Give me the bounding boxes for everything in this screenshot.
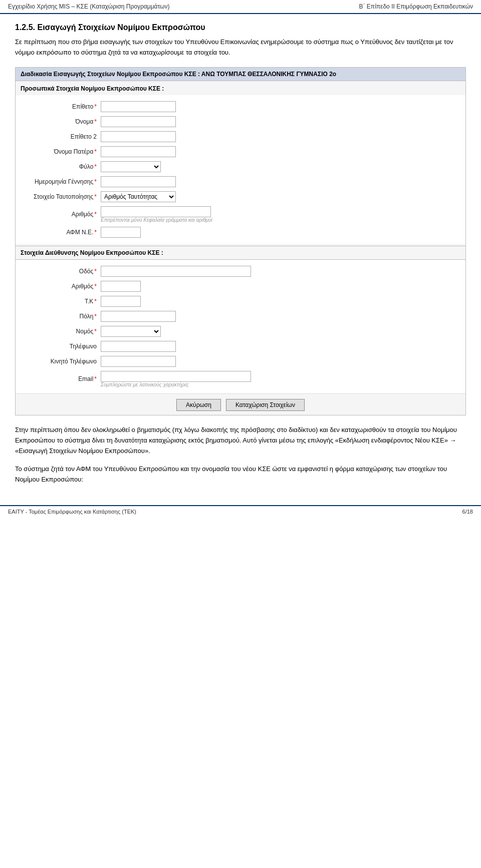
main-content: 1.2.5. Εισαγωγή Στοιχείων Νομίμου Εκπροσ…: [0, 14, 481, 500]
eponymo-label: Επίθετο*: [21, 103, 101, 110]
stoixeio-tautop-select[interactable]: Αριθμός Ταυτότητας Αριθμός Διαβατηρίου: [101, 191, 176, 202]
tk-row: Τ.Κ*: [21, 294, 460, 309]
odos-input[interactable]: [101, 266, 251, 277]
page-footer: ΕΑΙΤΥ - Τομέας Επιμόρφωσης και Κατάρτιση…: [0, 505, 481, 517]
arithmos-hint: Επιτρέπονται μόνο Κεφαλαία γράμματα και …: [101, 217, 212, 223]
arithmos-row: Αριθμός* Επιτρέπονται μόνο Κεφαλαία γράμ…: [21, 204, 460, 225]
nomos-select[interactable]: [101, 326, 161, 337]
personal-section-header: Προσωπικά Στοιχεία Νομίμου Εκπροσώπου ΚΣ…: [16, 81, 465, 95]
email-label: Email*: [21, 375, 101, 382]
email-input[interactable]: [101, 371, 251, 382]
arithmos2-input[interactable]: [101, 281, 141, 292]
afm-row: ΑΦΜ Ν.Ε.*: [21, 225, 460, 240]
eponymo-input[interactable]: [101, 101, 176, 112]
fylo-row: Φύλο*: [21, 159, 460, 174]
tk-input[interactable]: [101, 296, 141, 307]
eponymo-row: Επίθετο*: [21, 99, 460, 114]
onoma-patera-row: Όνομα Πατέρα*: [21, 144, 460, 159]
footer-page: 6/18: [462, 509, 473, 515]
kinito-row: Κινητό Τηλέφωνο: [21, 354, 460, 369]
address-fields-body: Οδός* Αριθμός* Τ.Κ* Πόλ: [16, 260, 465, 393]
header-left-title: Εγχειρίδιο Χρήσης MIS – ΚΣΕ (Καταχώριση …: [8, 3, 169, 10]
kinito-input[interactable]: [101, 356, 176, 367]
fylo-select[interactable]: [101, 161, 161, 172]
tilefono-row: Τηλέφωνο: [21, 339, 460, 354]
poli-input[interactable]: [101, 311, 176, 322]
poli-label: Πόλη*: [21, 313, 101, 320]
form-header: Διαδικασία Εισαγωγής Στοιχείων Νομίμου Ε…: [16, 68, 465, 81]
eponymo2-label: Επίθετο 2: [21, 133, 101, 140]
email-row: Email* Συμπληρώστε με λατινικούς χαρακτή…: [21, 369, 460, 389]
tilefono-label: Τηλέφωνο: [21, 343, 101, 350]
page-header: Εγχειρίδιο Χρήσης MIS – ΚΣΕ (Καταχώριση …: [0, 0, 481, 14]
onoma-input[interactable]: [101, 116, 176, 127]
tk-label: Τ.Κ*: [21, 298, 101, 305]
stoixeio-tautop-row: Στοιχείο Ταυτοποίησης* Αριθμός Ταυτότητα…: [21, 189, 460, 204]
cancel-button[interactable]: Ακύρωση: [176, 399, 221, 411]
nomos-label: Νομός*: [21, 328, 101, 335]
intro-text: Σε περίπτωση που στο βήμα εισαγωγής των …: [15, 37, 466, 58]
header-right-title: Β΄ Επίπεδο ΙΙ Επιμόρφωση Εκπαιδευτικών: [359, 3, 473, 10]
fylo-label: Φύλο*: [21, 163, 101, 170]
poli-row: Πόλη*: [21, 309, 460, 324]
arithmos2-row: Αριθμός*: [21, 279, 460, 294]
hmerominia-label: Ημερομηνία Γέννησης*: [21, 178, 101, 185]
form-container: Διαδικασία Εισαγωγής Στοιχείων Νομίμου Ε…: [15, 67, 466, 415]
arithmos-field-group: Επιτρέπονται μόνο Κεφαλαία γράμματα και …: [101, 206, 212, 223]
nomos-row: Νομός*: [21, 324, 460, 339]
kinito-label: Κινητό Τηλέφωνο: [21, 358, 101, 365]
email-hint: Συμπληρώστε με λατινικούς χαρακτήρες: [101, 382, 251, 387]
odos-row: Οδός*: [21, 264, 460, 279]
hmerominia-row: Ημερομηνία Γέννησης*: [21, 174, 460, 189]
onoma-row: Όνομα*: [21, 114, 460, 129]
arithmos-label: Αριθμός*: [21, 211, 101, 218]
onoma-patera-input[interactable]: [101, 146, 176, 157]
onoma-label: Όνομα*: [21, 118, 101, 125]
section-title: 1.2.5. Εισαγωγή Στοιχείων Νομίμου Εκπροσ…: [15, 23, 466, 32]
email-field-group: Συμπληρώστε με λατινικούς χαρακτήρες: [101, 371, 251, 387]
required-star: *: [94, 103, 97, 110]
address-section-header: Στοιχεία Διεύθυνσης Νομίμου Εκπροσώπου Κ…: [16, 246, 465, 260]
afm-label: ΑΦΜ Ν.Ε.*: [21, 229, 101, 236]
footer-left: ΕΑΙΤΥ - Τομέας Επιμόρφωσης και Κατάρτιση…: [8, 509, 136, 515]
afm-input[interactable]: [101, 227, 141, 238]
stoixeio-tautop-label: Στοιχείο Ταυτοποίησης*: [21, 193, 101, 200]
onoma-patera-label: Όνομα Πατέρα*: [21, 148, 101, 155]
body-paragraph-3: Το σύστημα ζητά τον ΑΦΜ του Υπευθύνου Εκ…: [15, 464, 466, 485]
arithmos-input[interactable]: [101, 206, 211, 217]
body-paragraph-1: Στην περίπτωση όπου δεν ολοκληρωθεί ο βη…: [15, 424, 466, 457]
eponymo2-input[interactable]: [101, 131, 176, 142]
arithmos2-label: Αριθμός*: [21, 283, 101, 290]
tilefono-input[interactable]: [101, 341, 176, 352]
eponymo2-row: Επίθετο 2: [21, 129, 460, 144]
hmerominia-input[interactable]: [101, 176, 176, 187]
odos-label: Οδός*: [21, 268, 101, 275]
button-row: Ακύρωση Καταχώριση Στοιχείων: [16, 393, 465, 415]
save-button[interactable]: Καταχώριση Στοιχείων: [226, 399, 305, 411]
personal-fields-body: Επίθετο* Όνομα* Επίθετο 2: [16, 95, 465, 244]
